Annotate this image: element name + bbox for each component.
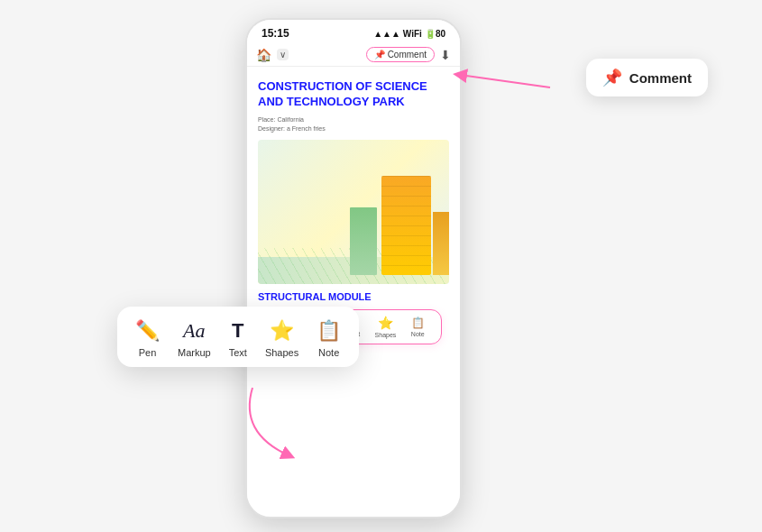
shapes-icon-large: ⭐ [270,319,294,343]
markup-label-large: Markup [178,347,211,358]
shapes-icon: ⭐ [378,316,393,330]
phone-ann-note[interactable]: 📋 Note [411,316,425,337]
status-bar: 15:15 ▲▲▲ WiFi 🔋80 [247,20,460,43]
building-illustration [258,140,449,284]
comment-button-label: Comment [388,50,427,60]
toolbar-text[interactable]: T Text [229,319,247,358]
phone-toolbar: 🏠 ∨ 📌 Comment ⬇ [247,43,460,67]
battery-icon: 🔋80 [425,29,445,39]
main-scene: 15:15 ▲▲▲ WiFi 🔋80 🏠 ∨ 📌 Comment ⬇ CONST… [0,0,762,532]
chevron-down-icon[interactable]: ∨ [277,49,289,60]
comment-tooltip: 📌 Comment [586,59,708,96]
text-icon-large: T [232,319,243,343]
comment-tooltip-icon: 📌 [602,68,622,87]
phone-content: CONSTRUCTION OF SCIENCE AND TECHNOLOGY P… [247,67,460,500]
markup-icon-large: Aa [183,319,205,343]
toolbar-markup[interactable]: Aa Markup [178,319,211,358]
phone-ann-shapes[interactable]: ⭐ Shapes [375,316,397,338]
doc-title: CONSTRUCTION OF SCIENCE AND TECHNOLOGY P… [258,79,449,110]
note-icon-large: 📋 [317,319,341,343]
building-main [381,176,431,275]
toolbar-shapes[interactable]: ⭐ Shapes [265,319,298,358]
download-icon[interactable]: ⬇ [440,48,451,62]
status-time: 15:15 [262,27,289,40]
toolbar-note[interactable]: 📋 Note [317,319,341,358]
floating-toolbar: ✏️ Pen Aa Markup T Text ⭐ Shapes 📋 Note [117,307,359,367]
wifi-icon: WiFi [403,29,422,39]
signal-icon: ▲▲▲ [373,29,400,39]
building-small [350,207,377,275]
note-label-large: Note [318,347,339,358]
phone-frame: 15:15 ▲▲▲ WiFi 🔋80 🏠 ∨ 📌 Comment ⬇ CONST… [245,18,462,518]
status-icons: ▲▲▲ WiFi 🔋80 [373,29,445,39]
pen-icon-large: ✏️ [135,319,160,343]
pen-label-large: Pen [139,347,157,358]
home-icon[interactable]: 🏠 [256,48,271,62]
comment-icon: 📌 [374,50,385,60]
comment-tooltip-label: Comment [629,70,692,86]
note-label: Note [411,331,425,337]
shapes-label-large: Shapes [265,347,298,358]
comment-button[interactable]: 📌 Comment [366,47,435,62]
svg-line-0 [460,75,550,87]
section-title: STRUCTURAL MODULE [258,291,449,302]
note-icon: 📋 [411,316,425,329]
text-label-large: Text [229,347,247,358]
toolbar-pen[interactable]: ✏️ Pen [135,319,160,358]
doc-meta: Place: California Designer: a French fri… [258,115,449,134]
shapes-label: Shapes [375,332,397,338]
